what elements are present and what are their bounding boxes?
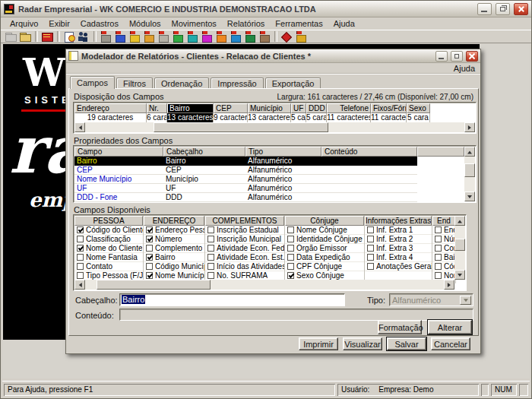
scroll-down-button[interactable] — [464, 192, 475, 201]
module-machine-icon[interactable] — [99, 30, 112, 43]
field-column-fixosformulas[interactable]: Fixos/Fórmulas11 caracteres — [371, 103, 407, 123]
available-field-anotacoes-gerais[interactable]: Anotações Gerais — [365, 262, 432, 271]
checkbox-end[interactable] — [435, 226, 442, 233]
property-row-bairro[interactable]: BairroBairroAlfanumérico — [74, 157, 417, 166]
module-folder-icon[interactable] — [142, 30, 156, 43]
module-coin-icon[interactable] — [128, 30, 141, 43]
home-icon[interactable] — [294, 30, 308, 43]
available-vscrollbar[interactable] — [454, 216, 465, 280]
dialog-maximize-button[interactable] — [451, 51, 463, 62]
available-field-inf-extra-1[interactable]: Inf. Extra 1 — [365, 226, 432, 235]
available-field-numero[interactable]: Número — [144, 235, 204, 244]
available-field-codigo-municipio[interactable]: Código Município — [144, 262, 204, 271]
tab-ordenacao[interactable]: Ordenação — [154, 78, 209, 88]
available-field-classificacao[interactable]: Classificação — [74, 235, 143, 244]
available-field-codigo-do-cliente[interactable]: Código do Cliente — [74, 226, 143, 235]
menu-relatorios[interactable]: Relatórios — [222, 18, 271, 29]
module-green-box-icon[interactable] — [171, 30, 185, 43]
available-field-nome-fantasia[interactable]: Nome Fantasia — [74, 253, 143, 262]
dialog-close-button[interactable] — [466, 51, 478, 62]
available-field-inscricao-municipal[interactable]: Inscrição Municipal — [205, 235, 284, 244]
folder-icon[interactable] — [18, 30, 32, 43]
tab-impressao[interactable]: Impressão — [211, 78, 263, 88]
available-field-cpf-conjuge[interactable]: CPF Cônjuge — [285, 262, 364, 271]
field-column-endereco[interactable]: Endereço19 caracteres — [74, 103, 147, 123]
available-field-orgao-emissor[interactable]: Órgão Emissor — [285, 244, 364, 253]
scroll-thumb[interactable] — [154, 122, 328, 132]
available-field-complemento[interactable]: Complemento — [144, 244, 204, 253]
checkbox-cpf-conjuge[interactable] — [287, 263, 294, 270]
field-column-sexo[interactable]: Sexo5 cara — [407, 103, 430, 123]
available-field-end[interactable]: End — [432, 226, 455, 235]
document-clock-icon[interactable] — [62, 30, 76, 43]
available-field-num[interactable]: Núm — [432, 235, 455, 244]
checkbox-complemento[interactable] — [146, 245, 153, 252]
checkbox-no-suframa[interactable] — [207, 272, 214, 279]
minimize-button[interactable] — [477, 3, 492, 15]
available-field-inf-extra-4[interactable]: Inf. Extra 4 — [365, 253, 432, 262]
checkbox-classificacao[interactable] — [77, 236, 84, 242]
field-column-municipio[interactable]: Município13 caracteres — [248, 103, 291, 123]
cabecalho-input[interactable]: Bairro — [119, 293, 345, 306]
scroll-thumb[interactable] — [97, 280, 211, 290]
checkbox-nome-fantasia[interactable] — [77, 254, 84, 261]
field-column-uf[interactable]: UF5 cara — [291, 103, 306, 123]
checkbox-contato[interactable] — [77, 263, 84, 270]
module-hand-icon[interactable] — [157, 30, 170, 43]
scroll-left-button[interactable] — [74, 122, 85, 132]
checkbox-cod[interactable] — [435, 263, 442, 270]
available-field-identidade-conjuge[interactable]: Identidade Cônjuge — [285, 235, 364, 244]
menu-modulos[interactable]: Módulos — [124, 18, 166, 29]
tab-exportacao[interactable]: Exportação — [265, 78, 321, 88]
checkbox-orgao-emissor[interactable] — [287, 245, 294, 252]
checkbox-nom[interactable] — [435, 272, 442, 279]
checkbox-codigo-municipio[interactable] — [146, 263, 153, 270]
available-field-inf-extra-2[interactable]: Inf. Extra 2 — [365, 235, 432, 244]
checkbox-anotacoes-gerais[interactable] — [367, 263, 374, 270]
module-clock-icon[interactable] — [229, 30, 242, 43]
available-field-data-expedicao[interactable]: Data Expedição — [285, 253, 364, 262]
menu-movimentos[interactable]: Movimentos — [166, 18, 222, 29]
property-row-uf[interactable]: UFUFAlfanumérico — [74, 184, 417, 193]
checkbox-nome-municipio[interactable] — [146, 272, 153, 279]
available-hscrollbar[interactable] — [74, 280, 454, 290]
checkbox-inf-extra-3[interactable] — [367, 245, 374, 252]
chevron-down-icon[interactable] — [460, 296, 471, 305]
scroll-up-button[interactable] — [454, 216, 465, 226]
scroll-right-button[interactable] — [444, 280, 454, 290]
properties-vscrollbar[interactable] — [464, 147, 475, 201]
available-field-bairro[interactable]: Bairro — [144, 253, 204, 262]
scroll-down-button[interactable] — [454, 270, 465, 280]
available-field-contato[interactable]: Contato — [74, 262, 143, 271]
available-field-com[interactable]: Com — [432, 244, 455, 253]
cash-register-icon[interactable] — [40, 30, 54, 43]
menu-ajuda[interactable]: Ajuda — [328, 18, 360, 29]
checkbox-inf-extra-4[interactable] — [367, 254, 374, 261]
available-field-nome-conjuge[interactable]: Nome Cônjuge — [285, 226, 364, 235]
checkbox-atividade-econ-fed[interactable] — [207, 245, 214, 252]
close-button[interactable] — [514, 3, 528, 15]
checkbox-bair[interactable] — [435, 254, 442, 261]
menu-ferramentas[interactable]: Ferramentas — [270, 18, 328, 29]
checkbox-com[interactable] — [435, 245, 442, 252]
field-column-telefone[interactable]: Telefone11 caracteres — [327, 103, 371, 123]
restore-button[interactable] — [496, 3, 510, 15]
checkbox-endereco-pessoal[interactable] — [146, 226, 153, 233]
checkbox-inf-extra-2[interactable] — [367, 236, 374, 242]
tipo-combobox[interactable]: Alfanumérico — [389, 293, 473, 306]
field-layout-hscrollbar[interactable] — [74, 122, 475, 132]
salvar-button[interactable]: Salvar — [387, 337, 426, 350]
checkbox-inicio-das-atividades[interactable] — [207, 263, 214, 270]
imprimir-button[interactable]: Imprimir — [299, 337, 338, 350]
scroll-thumb[interactable] — [464, 163, 475, 177]
checkbox-nome-conjuge[interactable] — [287, 226, 294, 233]
scroll-up-button[interactable] — [464, 147, 475, 157]
property-row-nome-municipio[interactable]: Nome MunicípioMunicípioAlfanumérico — [74, 175, 417, 184]
conteudo-input[interactable] — [119, 309, 473, 321]
field-column-cep[interactable]: CEP9 caractere — [214, 103, 248, 123]
exit-diamond-icon[interactable] — [280, 30, 293, 43]
visualizar-button[interactable]: Visualizar — [343, 337, 382, 350]
menu-exibir[interactable]: Exibir — [43, 18, 75, 29]
available-field-inicio-das-atividades[interactable]: Início das Atividades — [205, 262, 284, 271]
cancelar-button[interactable]: Cancelar — [431, 337, 470, 350]
